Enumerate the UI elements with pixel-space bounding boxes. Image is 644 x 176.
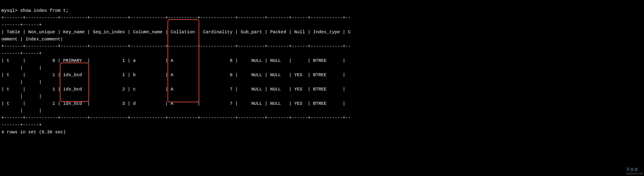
mysql-terminal: mysql> show index from t; +-------+-----… (0, 0, 644, 136)
table-border-mid: +-------+------------+----------+-------… (1, 44, 351, 56)
watermark: 开发者 csdnDevZe.CoM (626, 166, 643, 176)
table-header-row: | Table | Non_unique | Key_name | Seq_in… (1, 29, 351, 42)
table-border-top: +-------+------------+----------+-------… (1, 15, 351, 27)
prompt: mysql> show index from t; (1, 8, 68, 13)
sql-command: show index from t; (20, 8, 68, 13)
result-footer: 4 rows in set (0.36 sec) (1, 130, 66, 135)
table-border-bottom: +-------+------------+----------+-------… (1, 115, 351, 128)
table-data-rows: | t | 0 | PRIMARY | 1 | a | A | 8 | NULL… (1, 58, 351, 113)
